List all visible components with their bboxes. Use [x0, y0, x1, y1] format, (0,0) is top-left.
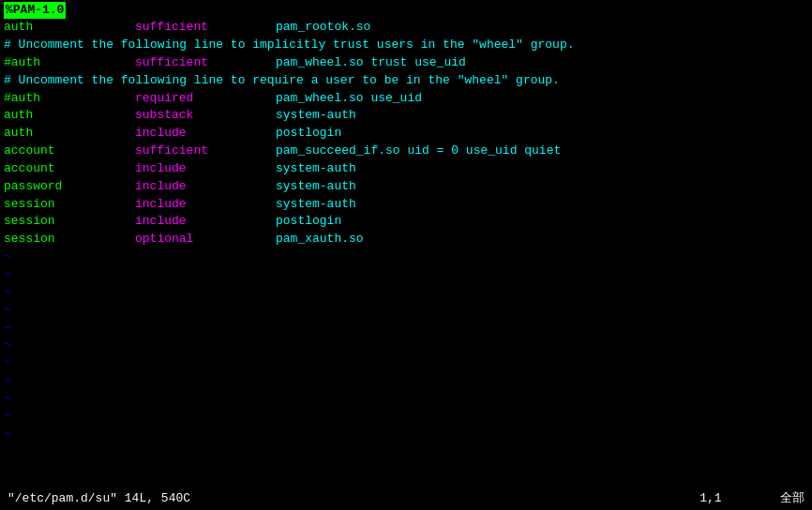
code-line-2: #authsufficientpam_wheel.so trust use_ui…	[4, 54, 808, 72]
editor-content: %PAM-1.0 authsufficientpam_rootok.so# Un…	[4, 2, 808, 489]
code-line-7: accountsufficientpam_succeed_if.so uid =…	[4, 142, 808, 160]
status-bar: "/etc/pam.d/su" 14L, 540C 1,1 全部	[4, 489, 808, 508]
tilde-line-1: ~	[4, 266, 808, 284]
code-lines: authsufficientpam_rootok.so# Uncomment t…	[4, 19, 808, 248]
status-left: "/etc/pam.d/su" 14L, 540C	[8, 490, 190, 507]
tilde-line-10: ~	[4, 426, 808, 443]
code-line-0: authsufficientpam_rootok.so	[4, 19, 808, 37]
title-line: %PAM-1.0	[4, 2, 808, 19]
code-line-5: authsubstacksystem-auth	[4, 107, 808, 125]
code-line-10: sessionincludesystem-auth	[4, 196, 808, 214]
code-line-11: sessionincludepostlogin	[4, 213, 808, 231]
status-right: 1,1 全部	[699, 490, 804, 507]
tilde-line-5: ~	[4, 337, 808, 354]
tilde-line-2: ~	[4, 284, 808, 302]
tilde-line-4: ~	[4, 320, 808, 338]
tilde-line-3: ~	[4, 302, 808, 320]
tilde-line-9: ~	[4, 408, 808, 426]
tilde-line-8: ~	[4, 390, 808, 408]
tilde-lines: ~~~~~~~~~~~	[4, 248, 808, 442]
tilde-line-6: ~	[4, 354, 808, 372]
code-line-12: sessionoptionalpam_xauth.so	[4, 231, 808, 248]
code-line-3: # Uncomment the following line to requir…	[4, 72, 808, 90]
code-line-1: # Uncomment the following line to implic…	[4, 37, 808, 54]
code-line-9: passwordincludesystem-auth	[4, 178, 808, 196]
tilde-line-7: ~	[4, 372, 808, 390]
code-line-4: #authrequiredpam_wheel.so use_uid	[4, 90, 808, 108]
code-line-8: accountincludesystem-auth	[4, 160, 808, 178]
code-line-6: authincludepostlogin	[4, 125, 808, 142]
title-bar: %PAM-1.0	[4, 2, 66, 19]
terminal: %PAM-1.0 authsufficientpam_rootok.so# Un…	[0, 0, 812, 510]
tilde-line-0: ~	[4, 248, 808, 266]
